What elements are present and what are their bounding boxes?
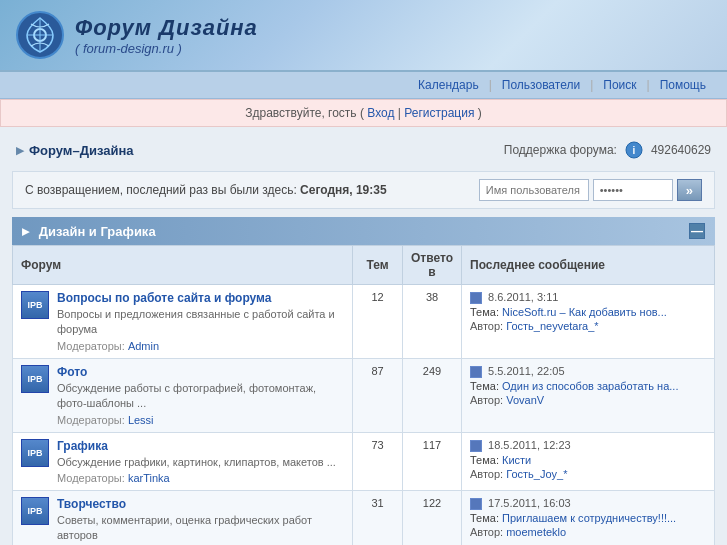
nav-calendar[interactable]: Календарь	[412, 76, 485, 94]
th-forum: Форум	[13, 246, 353, 285]
author-label: Автор:	[470, 320, 506, 332]
forum-info: Творчество Советы, комментарии, оценка г…	[57, 497, 344, 545]
post-icon	[470, 292, 482, 304]
post-date: 17.5.2011, 16:03	[470, 497, 706, 510]
forum-title: Вопросы по работе сайта и форума	[57, 291, 344, 305]
topic-label: Тема:	[470, 306, 502, 318]
arrow-icon: ▶	[16, 144, 24, 157]
table-header-row: Форум Тем Ответов Последнее сообщение	[13, 246, 715, 285]
post-date: 18.5.2011, 12:23	[470, 439, 706, 452]
topic-label: Тема:	[470, 380, 502, 392]
post-topic: Тема: NiceSoft.ru – Как добавить нов...	[470, 306, 706, 318]
forum-title-link[interactable]: Графика	[57, 439, 108, 453]
forum-cell-3: IPB Графика Обсуждение графики, картинок…	[13, 432, 353, 490]
mod-link[interactable]: Admin	[128, 340, 159, 352]
forum-info: Фото Обсуждение работы с фотографией, фо…	[57, 365, 344, 426]
logo-title: Форум Дизайна	[75, 15, 258, 41]
topics-count: 31	[353, 490, 403, 545]
mod-link[interactable]: karTinka	[128, 472, 170, 484]
author-link[interactable]: Гость_neyvetara_*	[506, 320, 598, 332]
author-link[interactable]: moemeteklo	[506, 526, 566, 538]
post-author: Автор: moemeteklo	[470, 526, 706, 538]
forum-desc: Обсуждение работы с фотографией, фотомон…	[57, 381, 344, 412]
author-link[interactable]: Гость_Joy_*	[506, 468, 567, 480]
last-topic-link[interactable]: Один из способов заработать на...	[502, 380, 678, 392]
forum-desc: Вопросы и предложения связанные с работо…	[57, 307, 344, 338]
topics-count: 73	[353, 432, 403, 490]
forum-mods: Модераторы: karTinka	[57, 472, 336, 484]
post-author: Автор: Гость_neyvetara_*	[470, 320, 706, 332]
collapse-button[interactable]: —	[689, 223, 705, 239]
forum-cell-inner: IPB Вопросы по работе сайта и форума Воп…	[21, 291, 344, 352]
post-topic: Тема: Кисти	[470, 454, 706, 466]
last-visit-text: С возвращением, последний раз вы были зд…	[25, 183, 387, 197]
welcome-end: )	[478, 106, 482, 120]
login-form: »	[479, 179, 702, 201]
last-topic-link[interactable]: Кисти	[502, 454, 531, 466]
author-link[interactable]: VovanV	[506, 394, 544, 406]
table-row: IPB Творчество Советы, комментарии, оцен…	[13, 490, 715, 545]
topics-count: 12	[353, 285, 403, 359]
th-replies: Ответов	[403, 246, 462, 285]
mod-link[interactable]: Lessi	[128, 414, 154, 426]
last-topic-link[interactable]: Приглашаем к сотрудничеству!!!...	[502, 512, 676, 524]
nav-sep-1: |	[487, 76, 494, 94]
table-row: IPB Фото Обсуждение работы с фотографией…	[13, 358, 715, 432]
username-input[interactable]	[479, 179, 589, 201]
post-date: 8.6.2011, 3:11	[470, 291, 706, 304]
forum-status-icon: IPB	[21, 291, 49, 319]
forum-status-icon: IPB	[21, 497, 49, 525]
forum-name-link[interactable]: Форум–Дизайна	[29, 143, 134, 158]
nav-users[interactable]: Пользователи	[496, 76, 586, 94]
password-input[interactable]	[593, 179, 673, 201]
post-topic: Тема: Один из способов заработать на...	[470, 380, 706, 392]
th-topics: Тем	[353, 246, 403, 285]
last-topic-link[interactable]: NiceSoft.ru – Как добавить нов...	[502, 306, 667, 318]
support-icon: i	[625, 141, 643, 159]
forum-cell-2: IPB Фото Обсуждение работы с фотографией…	[13, 358, 353, 432]
author-label: Автор:	[470, 468, 506, 480]
forum-status-icon: IPB	[21, 365, 49, 393]
forum-title-link[interactable]: Творчество	[57, 497, 126, 511]
table-row: IPB Графика Обсуждение графики, картинок…	[13, 432, 715, 490]
login-button[interactable]: »	[677, 179, 702, 201]
forum-desc: Обсуждение графики, картинок, клипартов,…	[57, 455, 336, 470]
author-label: Автор:	[470, 394, 506, 406]
post-author: Автор: VovanV	[470, 394, 706, 406]
forum-mods: Модераторы: Admin	[57, 340, 344, 352]
nav-search[interactable]: Поиск	[597, 76, 642, 94]
register-link[interactable]: Регистрация	[404, 106, 474, 120]
forum-info: Графика Обсуждение графики, картинок, кл…	[57, 439, 336, 484]
forum-desc: Советы, комментарии, оценка графических …	[57, 513, 344, 544]
replies-count: 249	[403, 358, 462, 432]
topic-label: Тема:	[470, 512, 502, 524]
nav-sep-2: |	[588, 76, 595, 94]
nav-help[interactable]: Помощь	[654, 76, 712, 94]
forum-mods: Модераторы: Lessi	[57, 414, 344, 426]
forum-title: Творчество	[57, 497, 344, 511]
forum-title-link[interactable]: Фото	[57, 365, 87, 379]
author-label: Автор:	[470, 526, 506, 538]
nav-sep-3: |	[645, 76, 652, 94]
forum-info: Вопросы по работе сайта и форума Вопросы…	[57, 291, 344, 352]
logo-text: Форум Дизайна ( forum-design.ru )	[75, 15, 258, 56]
main-content: ▶ Форум–Дизайна Поддержка форума: i 4926…	[0, 127, 727, 545]
section-header: ▸ Дизайн и Графика —	[12, 217, 715, 245]
forum-cell-inner: IPB Фото Обсуждение работы с фотографией…	[21, 365, 344, 426]
forum-title-link[interactable]: Вопросы по работе сайта и форума	[57, 291, 271, 305]
logo-subtitle: ( forum-design.ru )	[75, 41, 258, 56]
last-post-cell: 5.5.2011, 22:05 Тема: Один из способов з…	[462, 358, 715, 432]
support-number: 492640629	[651, 143, 711, 157]
top-nav: Календарь | Пользователи | Поиск | Помощ…	[0, 72, 727, 99]
login-link[interactable]: Вход	[367, 106, 394, 120]
support-info: Поддержка форума: i 492640629	[504, 141, 711, 159]
forum-table: Форум Тем Ответов Последнее сообщение IP…	[12, 245, 715, 545]
welcome-text: Здравствуйте, гость (	[245, 106, 364, 120]
forum-cell-4: IPB Творчество Советы, комментарии, оцен…	[13, 490, 353, 545]
forum-cell-inner: IPB Творчество Советы, комментарии, оцен…	[21, 497, 344, 545]
forum-cell-1: IPB Вопросы по работе сайта и форума Воп…	[13, 285, 353, 359]
post-icon	[470, 366, 482, 378]
topic-label: Тема:	[470, 454, 502, 466]
replies-count: 117	[403, 432, 462, 490]
logo-container: Форум Дизайна ( forum-design.ru )	[15, 10, 258, 60]
